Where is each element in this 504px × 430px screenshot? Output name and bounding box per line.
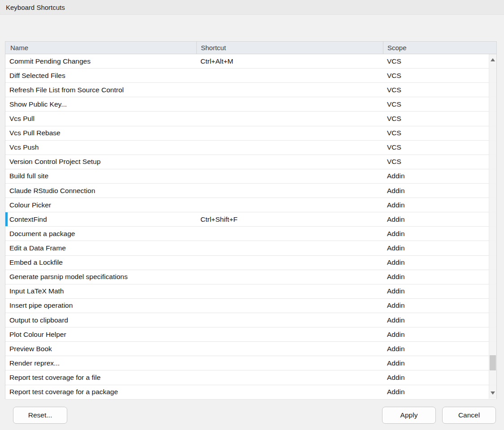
row-scope: Addin xyxy=(383,327,496,341)
toolbar: Show: All Customized ? Customizing Keybo… xyxy=(0,18,504,39)
row-scope: Addin xyxy=(383,356,496,370)
row-shortcut xyxy=(196,256,383,270)
row-shortcut xyxy=(196,241,383,255)
row-shortcut xyxy=(196,141,383,155)
row-name: Diff Selected Files xyxy=(5,69,196,82)
row-shortcut xyxy=(196,299,383,313)
table-row[interactable]: ContextFind Ctrl+Shift+F Addin xyxy=(5,212,496,227)
table-row[interactable]: Report test coverage for a file Addin xyxy=(5,370,496,385)
row-shortcut xyxy=(196,184,383,198)
table-row[interactable]: Version Control Project Setup VCS xyxy=(5,155,496,169)
row-name: Report test coverage for a file xyxy=(5,370,196,384)
row-name: Refresh File List from Source Control xyxy=(5,83,196,97)
row-shortcut xyxy=(196,385,383,399)
row-name: Output to clipboard xyxy=(5,313,196,327)
scrollbar-thumb[interactable] xyxy=(490,355,496,370)
row-shortcut xyxy=(196,284,383,298)
row-name: Vcs Pull xyxy=(5,112,196,125)
row-name: Colour Picker xyxy=(5,198,196,212)
row-scope: Addin xyxy=(383,169,496,183)
row-scope: Addin xyxy=(383,184,496,198)
row-shortcut xyxy=(196,169,383,183)
row-scope: Addin xyxy=(383,270,496,284)
row-name: ContextFind xyxy=(5,212,196,226)
table-row[interactable]: Vcs Pull Rebase VCS xyxy=(5,126,496,141)
table-row[interactable]: Render reprex... Addin xyxy=(5,356,496,370)
row-shortcut xyxy=(196,227,383,241)
table-row[interactable]: Output to clipboard Addin xyxy=(5,313,496,327)
row-shortcut xyxy=(196,112,383,125)
scroll-down-icon[interactable] xyxy=(491,391,495,395)
table-row[interactable]: Claude RStudio Connection Addin xyxy=(5,184,496,198)
row-shortcut xyxy=(196,327,383,341)
table-row[interactable]: Vcs Pull VCS xyxy=(5,112,496,126)
reset-button[interactable]: Reset... xyxy=(13,407,67,424)
row-name: Insert pipe operation xyxy=(5,299,196,313)
table-row[interactable]: Refresh File List from Source Control VC… xyxy=(5,83,496,97)
row-shortcut xyxy=(196,356,383,370)
table-row[interactable]: Input LaTeX Math Addin xyxy=(5,284,496,299)
row-name: Embed a Lockfile xyxy=(5,256,196,270)
row-shortcut xyxy=(196,126,383,140)
row-name: Vcs Pull Rebase xyxy=(5,126,196,140)
row-scope: Addin xyxy=(383,370,496,384)
row-scope: VCS xyxy=(383,112,496,125)
row-scope: Addin xyxy=(383,227,496,241)
row-name: Preview Book xyxy=(5,342,196,356)
table-row[interactable]: Commit Pending Changes Ctrl+Alt+M VCS xyxy=(5,54,496,69)
row-scope: VCS xyxy=(383,83,496,97)
table-row[interactable]: Insert pipe operation Addin xyxy=(5,299,496,313)
apply-button[interactable]: Apply xyxy=(382,407,436,424)
table-row[interactable]: Report test coverage for a package Addin xyxy=(5,385,496,400)
row-shortcut xyxy=(196,370,383,384)
row-name: Build full site xyxy=(5,169,196,183)
vertical-scrollbar[interactable] xyxy=(489,54,496,399)
row-scope: Addin xyxy=(383,198,496,212)
row-scope: VCS xyxy=(383,126,496,140)
column-header-scope: Scope xyxy=(383,42,496,54)
row-shortcut xyxy=(196,155,383,169)
row-name: Show Public Key... xyxy=(5,97,196,111)
table-row[interactable]: Build full site Addin xyxy=(5,169,496,184)
table-row[interactable]: Diff Selected Files VCS xyxy=(5,69,496,83)
scroll-up-icon[interactable] xyxy=(491,58,495,61)
row-name: Render reprex... xyxy=(5,356,196,370)
table-body: Commit Pending Changes Ctrl+Alt+M VCS Di… xyxy=(5,54,496,400)
column-header-shortcut: Shortcut xyxy=(196,42,383,54)
row-name: Vcs Push xyxy=(5,141,196,155)
dialog-title-bar: Keyboard Shortcuts xyxy=(0,0,504,15)
dialog-title: Keyboard Shortcuts xyxy=(6,4,65,11)
table-row[interactable]: Plot Colour Helper Addin xyxy=(5,327,496,342)
table-row[interactable]: Preview Book Addin xyxy=(5,342,496,356)
row-shortcut: Ctrl+Alt+M xyxy=(196,54,383,68)
row-name: Document a package xyxy=(5,227,196,241)
row-name: Generate parsnip model specifications xyxy=(5,270,196,284)
table-row[interactable]: Embed a Lockfile Addin xyxy=(5,256,496,270)
row-shortcut xyxy=(196,270,383,284)
row-name: Commit Pending Changes xyxy=(5,54,196,68)
table-row[interactable]: Generate parsnip model specifications Ad… xyxy=(5,270,496,284)
table-row[interactable]: Vcs Push VCS xyxy=(5,141,496,155)
row-scope: Addin xyxy=(383,256,496,270)
row-name: Plot Colour Helper xyxy=(5,327,196,341)
row-shortcut xyxy=(196,313,383,327)
row-scope: VCS xyxy=(383,54,496,68)
table-row[interactable]: Show Public Key... VCS xyxy=(5,97,496,112)
table-row[interactable]: Edit a Data Frame Addin xyxy=(5,241,496,255)
row-scope: Addin xyxy=(383,342,496,356)
shortcuts-table: Name Shortcut Scope Commit Pending Chang… xyxy=(5,41,497,399)
table-row[interactable]: Document a package Addin xyxy=(5,227,496,241)
row-scope: Addin xyxy=(383,212,496,226)
row-name: Version Control Project Setup xyxy=(5,155,196,169)
row-shortcut xyxy=(196,97,383,111)
row-scope: VCS xyxy=(383,141,496,155)
row-scope: Addin xyxy=(383,313,496,327)
row-name: Input LaTeX Math xyxy=(5,284,196,298)
table-header: Name Shortcut Scope xyxy=(5,42,496,54)
row-shortcut xyxy=(196,69,383,82)
table-row[interactable]: Colour Picker Addin xyxy=(5,198,496,212)
row-scope: VCS xyxy=(383,69,496,82)
row-shortcut xyxy=(196,83,383,97)
cancel-button[interactable]: Cancel xyxy=(442,407,496,424)
row-name: Report test coverage for a package xyxy=(5,385,196,399)
